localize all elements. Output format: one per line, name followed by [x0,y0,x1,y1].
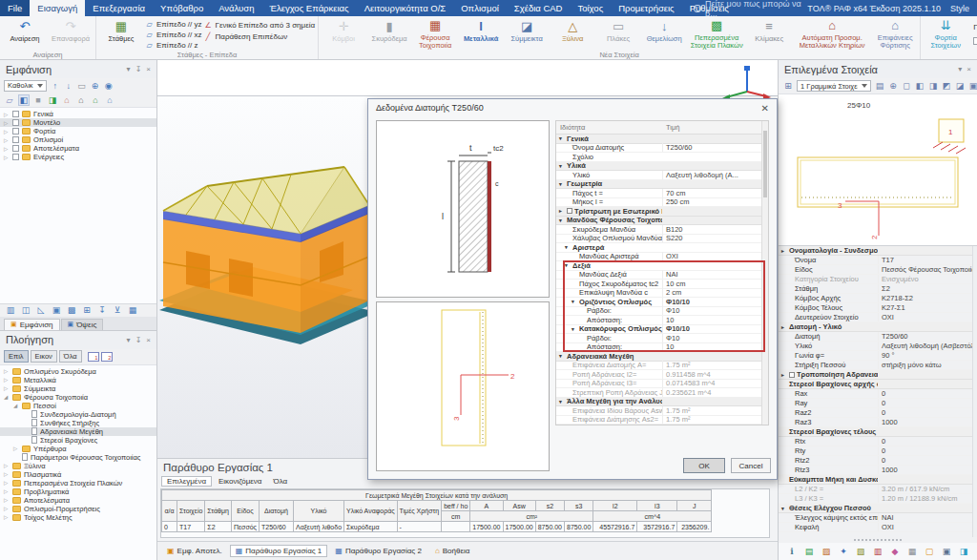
property-row[interactable]: Rtx 0 [779,437,977,446]
property-row[interactable]: Δευτερεύον Στοιχείο ΟΧΙ [779,313,977,322]
expander-icon[interactable]: ▾ [781,506,787,511]
display-option-icon[interactable]: ▩ [66,304,77,316]
expander-icon[interactable]: ▾ [559,399,565,404]
property-row[interactable]: ▾ Υλικά [556,162,768,172]
display-option-icon[interactable]: ▣ [51,304,62,316]
nav-tree-item[interactable]: Συνθήκες Στήριξης [0,419,156,427]
visibility-checkbox[interactable] [12,145,19,152]
property-row[interactable]: Πάχος Σκυροδέματος tc2 10 cm [556,280,768,289]
property-row[interactable]: Απόσταση: 10 [556,343,768,353]
selected-view-icon[interactable]: ◪ [954,80,966,92]
ribbon-tab[interactable]: File [0,0,30,16]
nav-tree-item[interactable]: ▷ Τοίχος Μελέτης [0,513,156,522]
nav-tree-item[interactable]: ▷ Σύμμεικτα [0,384,156,393]
new-element-button[interactable]: ⌂ Επιφάνειες Φόρτισης [873,18,917,50]
element-type-dropdown[interactable]: 1 Γραμμικά Στοιχεί [797,80,871,92]
expander-icon[interactable]: ▷ [4,506,10,511]
property-row[interactable]: Ροπή Αδράνειας I3= 0.0714583 m^4 [556,380,768,389]
nav-filter-button[interactable]: Εικον [31,350,57,363]
nav-tree-item[interactable]: ▷ Αποτελέσματα [0,496,156,505]
display-tool-icon[interactable]: ▭ [76,80,88,92]
display-option-icon[interactable]: ▥ [5,304,16,316]
expander-icon[interactable]: ▷ [4,146,10,152]
property-row[interactable]: Απόσταση: 10 [556,316,768,325]
property-row[interactable]: Rtz3 1000 [779,466,977,475]
panel-menu-icon[interactable]: ▾ [127,65,131,73]
display-option-icon[interactable]: ⊞ [81,304,93,316]
new-element-button[interactable]: ▦ Φέρουσα Τοιχοποιία [413,18,457,50]
property-row[interactable]: Rty 0 [779,446,977,456]
style-menu[interactable]: Style [950,4,969,13]
property-row[interactable]: Κατηγορία Στοιχείου Ενισχυμένο [779,275,977,284]
property-row[interactable]: Επιφάνεια Διάτμησης As2= 1.75 m² [556,416,768,425]
view-mode-icon[interactable]: ◨ [47,94,58,106]
property-row[interactable]: Επιφάνεια Ιδίου Βάρους Asw= 1.75 m² [556,406,768,416]
pick-table-icon[interactable]: ⊞ [782,80,794,92]
close-icon[interactable]: ✕ [761,103,769,114]
selected-view-icon[interactable]: ◧ [914,80,925,92]
expander-icon[interactable]: ▾ [572,299,577,304]
window-icon[interactable]: 1 [88,352,99,362]
property-row[interactable]: ▾ Θέσεις Ελέγχου Πεσσού [779,504,977,513]
display-tool-icon[interactable]: ↓ [63,80,74,92]
visibility-checkbox[interactable] [12,136,19,143]
expander-icon[interactable]: ▷ [4,155,10,160]
new-element-button[interactable]: ▩ Πεπερασμένα Στοιχεία Πλακών [688,18,745,50]
property-row[interactable]: Στάθμη Σ2 [779,284,977,294]
property-row[interactable]: ▾ Αδρανειακά Μεγέθη [556,352,768,362]
view-mode-icon[interactable]: ■ [32,94,44,106]
display-tree-item[interactable]: ▷ Αποτελέσματα [0,144,156,153]
visibility-checkbox[interactable] [12,154,19,160]
expander-icon[interactable]: ▷ [4,377,10,383]
expander-icon[interactable]: ▷ [4,120,10,126]
dialog-title-bar[interactable]: Δεδομένα Διατομής T250/60 ✕ [368,99,777,116]
status-tool-icon[interactable]: ✦ [838,546,849,557]
display-tree-item[interactable]: ▷ Γενικά [0,110,156,118]
property-row[interactable]: ▸ Τροποποίηση Αδρανειακών Μεγεθών [779,370,977,380]
status-tool-icon[interactable]: ▢ [924,546,935,557]
display-option-icon[interactable]: ⊻ [112,304,123,316]
scrollbar-thumb[interactable] [763,131,767,197]
property-row[interactable]: Raz3 1000 [779,418,977,427]
nav-tree-item[interactable]: Παράμετροι Φέρουσας Τοιχοποιίας [0,453,156,462]
property-row[interactable]: Είδος Πεσσός Φέρουσας Τοιχοποιίας [779,265,977,275]
expander-icon[interactable]: ▷ [4,488,10,494]
property-row[interactable]: L3 / K3 = 1.20 m / 12188.9 kN/cm [779,494,977,504]
display-option-icon[interactable]: ◫ [20,304,31,316]
property-row[interactable]: Rtz2 0 [779,456,977,466]
expander-icon[interactable]: ▷ [4,385,10,391]
expander-icon[interactable]: ▾ [572,326,577,332]
ribbon-tab[interactable]: Υπόβαθρο [153,0,211,16]
property-row[interactable]: L2 / K2 = 3.20 m / 617.9 kN/cm [779,485,977,494]
property-row[interactable]: Ροπή Αδράνειας I2= 0.911458 m^4 [556,370,768,380]
property-row[interactable]: Υλικό Λαξευτή λιθοδομή (Ασβεστόλιθοι) [779,342,977,351]
property-row[interactable]: Ράβδοι: Φ10 [556,334,768,343]
nav-tree-item[interactable]: Στερεοί Βραχίονες [0,436,156,445]
nav-tree-item[interactable]: ◢ Πεσσοί [0,402,156,410]
property-row[interactable]: Στερεοί Βραχίονες αρχής σε mm [779,380,977,389]
visibility-checkbox[interactable] [12,119,19,126]
work-window-tab[interactable]: Επιλεγμένα [161,476,212,487]
new-element-button[interactable]: ▭ Πλάκες [596,18,640,50]
property-row[interactable]: Ray 0 [779,399,977,408]
expander-icon[interactable]: ▷ [4,112,10,117]
property-row[interactable]: Διατομή T250/60 [779,332,977,342]
property-row[interactable]: Σχόλιο [556,153,768,162]
new-element-button[interactable]: ✛ Κόμβοι [322,18,365,50]
ribbon-tab[interactable]: Τοίχος [570,0,611,16]
property-row[interactable]: ▾ Δεξιά [556,261,768,271]
element-loads-button[interactable]: ⇊ Φορτία Στοιχείων [924,18,967,50]
property-row[interactable]: Μανδύας Αριστερά ΟΧΙ [556,253,768,262]
left-panel-tab[interactable]: ▣ Εμφάνιση [4,319,60,330]
selected-view-icon[interactable]: ◩ [941,80,952,92]
panel-menu-icon[interactable]: ▾ [958,65,962,73]
property-row[interactable]: Κόμβος Αρχής K2718-Σ2 [779,294,977,303]
ribbon-tab[interactable]: Επεξεργασία [85,0,153,16]
selected-view-icon[interactable]: ◻ [901,80,912,92]
selected-view-icon[interactable]: ▣ [967,80,977,92]
property-row[interactable]: Γωνία φ= 90 ° [779,351,977,361]
expander-icon[interactable]: ▸ [559,208,565,214]
expander-icon[interactable]: ▾ [565,244,571,250]
status-bar-tab[interactable]: ⌂ Βοήθεια [429,545,476,557]
expander-icon[interactable]: ▷ [13,446,19,451]
